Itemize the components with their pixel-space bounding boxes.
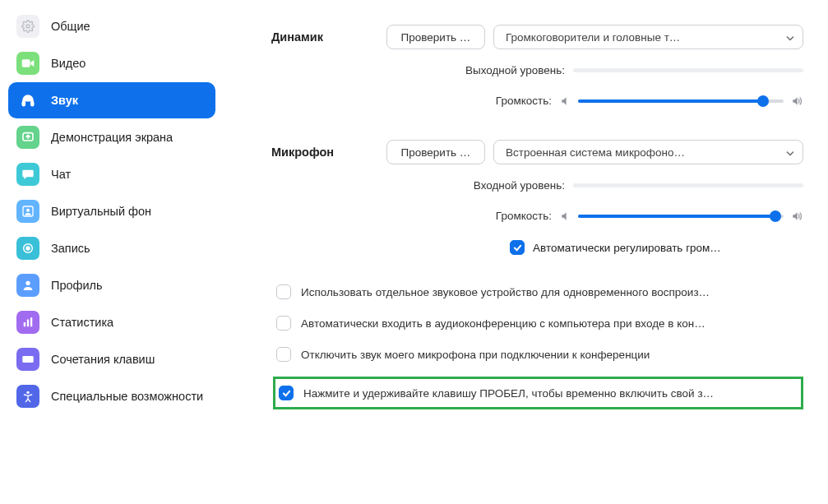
gear-icon: [16, 15, 39, 38]
auto-join-audio-checkbox[interactable]: [276, 316, 291, 331]
option-label: Автоматически входить в аудиоконференцию…: [301, 317, 803, 330]
speaker-device-select[interactable]: Громкоговорители и головные т…: [493, 25, 803, 49]
sidebar-item-accessibility[interactable]: Специальные возможности: [8, 378, 215, 414]
audio-settings-panel: Динамик Проверить … Громкоговорители и г…: [222, 0, 828, 504]
separate-device-checkbox[interactable]: [276, 284, 291, 299]
option-label: Отключить звук моего микрофона при подкл…: [301, 349, 803, 361]
sidebar-item-label: Видео: [51, 56, 86, 71]
sidebar-item-label: Специальные возможности: [51, 389, 203, 404]
profile-icon: [16, 274, 39, 297]
push-to-talk-checkbox[interactable]: [279, 386, 294, 400]
audio-options: Использовать отдельное звуковое устройст…: [271, 280, 803, 409]
volume-high-icon: [790, 95, 803, 107]
share-screen-icon: [16, 126, 39, 149]
mic-volume-slider[interactable]: [578, 215, 784, 218]
svg-point-9: [25, 281, 30, 285]
auto-adjust-row: Автоматически регулировать гром…: [271, 240, 803, 255]
svg-point-14: [24, 358, 25, 358]
speaker-volume-slider[interactable]: [578, 99, 784, 103]
chevron-down-icon: [786, 31, 794, 44]
svg-rect-2: [22, 102, 25, 106]
mic-input-level-meter: [573, 183, 803, 187]
speaker-device-value: Громкоговорители и головные т…: [506, 31, 778, 44]
mic-volume-label: Громкость:: [496, 210, 552, 222]
volume-high-icon: [790, 210, 803, 222]
sidebar-item-label: Виртуальный фон: [51, 204, 151, 219]
mic-device-select[interactable]: Встроенная система микрофоно…: [493, 140, 803, 164]
settings-sidebar: Общие Видео Звук Демонстрация экрана Чат: [0, 0, 222, 504]
speaker-output-level-row: Выходной уровень:: [271, 64, 803, 76]
option-label: Нажмите и удерживайте клавишу ПРОБЕЛ, чт…: [303, 387, 796, 400]
sidebar-item-profile[interactable]: Профиль: [8, 267, 215, 303]
statistics-icon: [16, 311, 39, 334]
mic-volume-row: Громкость:: [271, 210, 803, 222]
svg-rect-18: [25, 360, 31, 361]
svg-rect-1: [22, 59, 30, 67]
accessibility-icon: [16, 385, 39, 408]
mute-on-join-checkbox[interactable]: [276, 347, 291, 362]
sidebar-item-label: Чат: [51, 167, 71, 182]
speaker-volume-row: Громкость:: [271, 95, 803, 107]
sidebar-item-label: Сочетания клавиш: [51, 352, 155, 367]
sidebar-item-label: Общие: [51, 19, 90, 34]
svg-rect-12: [30, 317, 32, 326]
svg-point-0: [26, 25, 30, 28]
option-auto-join-audio: Автоматически входить в аудиоконференцию…: [276, 311, 803, 335]
sidebar-item-virtual-bg[interactable]: Виртуальный фон: [8, 193, 215, 229]
svg-rect-11: [27, 320, 29, 327]
mic-input-level-row: Входной уровень:: [271, 179, 803, 192]
sidebar-item-label: Демонстрация экрана: [51, 130, 173, 145]
sidebar-item-label: Профиль: [51, 278, 103, 293]
svg-rect-10: [24, 322, 25, 326]
headphones-icon: [16, 89, 39, 112]
volume-low-icon: [560, 95, 571, 107]
sidebar-item-label: Запись: [51, 241, 90, 256]
svg-point-19: [26, 391, 29, 394]
video-icon: [16, 52, 39, 75]
svg-point-15: [26, 358, 27, 358]
speaker-volume-label: Громкость:: [496, 95, 552, 107]
sidebar-item-label: Статистика: [51, 315, 113, 330]
sidebar-item-chat[interactable]: Чат: [8, 156, 215, 192]
auto-adjust-label: Автоматически регулировать гром…: [533, 242, 721, 254]
sidebar-item-shortcuts[interactable]: Сочетания клавиш: [8, 341, 215, 377]
test-speaker-button[interactable]: Проверить …: [386, 25, 485, 49]
sidebar-item-general[interactable]: Общие: [8, 8, 215, 44]
sidebar-item-label: Звук: [51, 93, 78, 108]
test-mic-button[interactable]: Проверить …: [386, 140, 485, 164]
keyboard-icon: [16, 348, 39, 371]
option-mute-on-join: Отключить звук моего микрофона при подкл…: [276, 342, 803, 367]
option-push-to-talk: Нажмите и удерживайте клавишу ПРОБЕЛ, чт…: [279, 384, 796, 402]
svg-point-8: [26, 247, 30, 250]
auto-adjust-checkbox[interactable]: [510, 240, 525, 255]
svg-point-16: [29, 358, 30, 358]
sidebar-item-recording[interactable]: Запись: [8, 230, 215, 266]
option-label: Использовать отдельное звуковое устройст…: [301, 286, 803, 298]
highlighted-option: Нажмите и удерживайте клавишу ПРОБЕЛ, чт…: [273, 377, 803, 409]
sidebar-item-share-screen[interactable]: Демонстрация экрана: [8, 119, 215, 155]
svg-point-6: [26, 209, 30, 212]
input-level-label: Входной уровень:: [474, 179, 565, 192]
speaker-section: Динамик Проверить … Громкоговорители и г…: [271, 25, 803, 107]
speaker-output-level-meter: [573, 68, 803, 72]
virtual-bg-icon: [16, 200, 39, 223]
chat-icon: [16, 163, 39, 186]
mic-section: Микрофон Проверить … Встроенная система …: [271, 140, 803, 255]
chevron-down-icon: [786, 146, 794, 159]
sidebar-item-audio[interactable]: Звук: [8, 82, 215, 118]
mic-device-value: Встроенная система микрофоно…: [506, 146, 778, 159]
record-icon: [16, 237, 39, 260]
output-level-label: Выходной уровень:: [465, 64, 565, 76]
svg-point-17: [30, 358, 31, 358]
mic-heading: Микрофон: [271, 146, 386, 159]
volume-low-icon: [560, 210, 571, 222]
sidebar-item-statistics[interactable]: Статистика: [8, 304, 215, 340]
svg-rect-3: [31, 102, 34, 106]
option-separate-device: Использовать отдельное звуковое устройст…: [276, 280, 803, 304]
speaker-heading: Динамик: [271, 30, 386, 44]
sidebar-item-video[interactable]: Видео: [8, 45, 215, 81]
